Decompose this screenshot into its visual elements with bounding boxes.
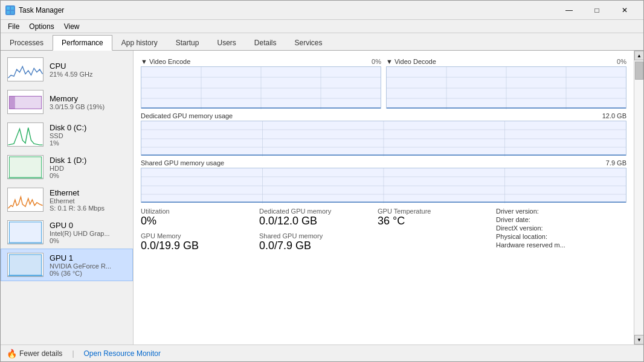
scroll-thumb[interactable] <box>635 62 643 80</box>
disk0-sub1: SSD <box>50 132 126 139</box>
memory-sub: 3.0/15.9 GB (19%) <box>50 103 126 110</box>
main-panel: ▼ Video Encode 0% <box>134 51 634 345</box>
maximize-button[interactable]: □ <box>583 1 611 20</box>
memory-thumb <box>7 90 43 114</box>
gpu0-sub1: Intel(R) UHD Grap... <box>50 230 126 237</box>
scroll-down-button[interactable]: ▼ <box>634 335 643 345</box>
physical-location-row: Physical location: <box>496 233 626 240</box>
tab-performance[interactable]: Performance <box>53 35 112 51</box>
cpu-thumb <box>7 57 43 81</box>
ethernet-label: Ethernet <box>50 188 126 197</box>
video-decode-header: ▼ Video Decode 0% <box>386 58 626 65</box>
disk0-thumb <box>7 122 43 147</box>
tab-processes[interactable]: Processes <box>1 35 53 51</box>
flame-icon: 🔥 <box>7 349 17 358</box>
dedicated-memory-label: Dedicated GPU memory usage <box>141 112 233 119</box>
sidebar-item-gpu0[interactable]: GPU 0 Intel(R) UHD Grap... 0% <box>1 216 133 249</box>
tab-startup[interactable]: Startup <box>167 35 208 51</box>
gpu0-thumb <box>7 220 43 244</box>
close-button[interactable]: ✕ <box>611 1 639 20</box>
video-decode-value: 0% <box>617 58 626 65</box>
footer-separator: | <box>72 349 74 358</box>
tab-users[interactable]: Users <box>208 35 245 51</box>
disk1-sub2: 0% <box>50 172 126 179</box>
memory-label: Memory <box>50 94 126 103</box>
tab-services[interactable]: Services <box>286 35 332 51</box>
dedicated-memory-section: Dedicated GPU memory usage 12.0 GB <box>141 112 626 156</box>
driver-info-block: Driver version: Driver date: DirectX ver… <box>496 208 626 252</box>
open-resource-monitor-link[interactable]: Open Resource Monitor <box>84 349 161 358</box>
svg-rect-7 <box>9 222 41 243</box>
tab-app-history[interactable]: App history <box>112 35 167 51</box>
fewer-details-label: Fewer details <box>19 349 62 358</box>
memory-info: Memory 3.0/15.9 GB (19%) <box>50 94 126 110</box>
scroll-track[interactable] <box>634 60 643 335</box>
tab-details[interactable]: Details <box>245 35 286 51</box>
memory-stats-block: Dedicated GPU memory 0.0/12.0 GB Shared … <box>259 208 368 252</box>
svg-rect-2 <box>7 11 10 14</box>
sidebar-item-cpu[interactable]: CPU 21% 4.59 GHz <box>1 53 133 86</box>
sidebar-item-disk0[interactable]: Disk 0 (C:) SSD 1% <box>1 118 133 151</box>
scroll-up-button[interactable]: ▲ <box>634 51 643 60</box>
shared-memory-label-row: Shared GPU memory usage 7.9 GB <box>141 159 626 167</box>
disk1-thumb <box>7 155 43 179</box>
disk1-sub1: HDD <box>50 165 126 172</box>
sidebar-item-disk1[interactable]: Disk 1 (D:) HDD 0% <box>1 151 133 183</box>
hardware-reserved-row: Hardware reserved m... <box>496 241 626 249</box>
window-controls: — □ ✕ <box>555 1 639 20</box>
disk1-label: Disk 1 (D:) <box>50 156 126 165</box>
gpu1-sub1: NVIDIA GeForce R... <box>50 262 126 270</box>
driver-version-row: Driver version: <box>496 208 626 215</box>
video-decode-label: ▼ Video Decode <box>386 58 436 65</box>
gpu0-info: GPU 0 Intel(R) UHD Grap... 0% <box>50 221 126 244</box>
shared-memory-chart <box>141 168 626 203</box>
video-charts-row: ▼ Video Encode 0% <box>141 58 626 109</box>
fewer-details-button[interactable]: 🔥 Fewer details <box>7 349 62 358</box>
driver-version-label: Driver version: <box>496 208 539 215</box>
gpu1-sub2: 0% (36 °C) <box>50 270 126 277</box>
menu-options[interactable]: Options <box>24 21 59 32</box>
gpu1-thumb <box>7 253 43 277</box>
dedicated-stat-label: Dedicated GPU memory <box>259 208 368 215</box>
temp-label: GPU Temperature <box>378 208 486 215</box>
svg-rect-1 <box>11 7 14 10</box>
dedicated-memory-chart <box>141 121 626 156</box>
disk0-sub2: 1% <box>50 139 126 147</box>
scrollbar[interactable]: ▲ ▼ <box>634 51 643 345</box>
ethernet-sub1: Ethernet <box>50 197 126 205</box>
video-encode-label: ▼ Video Encode <box>141 58 190 65</box>
cpu-label: CPU <box>50 62 126 71</box>
svg-rect-3 <box>11 11 14 14</box>
shared-stat-label: Shared GPU memory <box>259 232 368 240</box>
directx-version-label: DirectX version: <box>496 224 543 232</box>
sidebar-item-memory[interactable]: Memory 3.0/15.9 GB (19%) <box>1 86 133 118</box>
video-encode-arrow: ▼ <box>141 58 147 65</box>
cpu-info: CPU 21% 4.59 GHz <box>50 62 126 78</box>
menu-view[interactable]: View <box>59 21 85 32</box>
minimize-button[interactable]: — <box>555 1 583 20</box>
content-area: CPU 21% 4.59 GHz Memory 3.0/15.9 GB (19%… <box>1 51 643 345</box>
gpu-memory-value: 0.0/19.9 GB <box>141 240 250 252</box>
directx-version-row: DirectX version: <box>496 224 626 232</box>
title-bar: Task Manager — □ ✕ <box>1 1 643 20</box>
gpu0-sub2: 0% <box>50 237 126 244</box>
video-decode-chart <box>386 66 626 109</box>
cpu-sub: 21% 4.59 GHz <box>50 71 126 78</box>
task-manager-window: Task Manager — □ ✕ File Options View Pro… <box>0 0 644 362</box>
utilization-value: 0% <box>141 215 250 227</box>
app-icon <box>5 5 15 15</box>
footer-bar: 🔥 Fewer details | Open Resource Monitor <box>1 345 643 361</box>
menu-file[interactable]: File <box>3 21 24 32</box>
utilization-block: Utilization 0% GPU Memory 0.0/19.9 GB <box>141 208 250 252</box>
svg-rect-8 <box>9 255 41 275</box>
svg-rect-5 <box>9 97 15 109</box>
gpu1-info: GPU 1 NVIDIA GeForce R... 0% (36 °C) <box>50 253 126 277</box>
sidebar-item-gpu1[interactable]: GPU 1 NVIDIA GeForce R... 0% (36 °C) <box>1 249 133 281</box>
sidebar-item-ethernet[interactable]: Ethernet Ethernet S: 0.1 R: 3.6 Mbps <box>1 183 133 216</box>
menu-bar: File Options View <box>1 20 643 33</box>
temp-value: 36 °C <box>378 215 486 227</box>
shared-memory-max: 7.9 GB <box>606 159 626 167</box>
driver-date-row: Driver date: <box>496 216 626 223</box>
temperature-block: GPU Temperature 36 °C <box>378 208 486 252</box>
dedicated-stat-value: 0.0/12.0 GB <box>259 215 368 227</box>
